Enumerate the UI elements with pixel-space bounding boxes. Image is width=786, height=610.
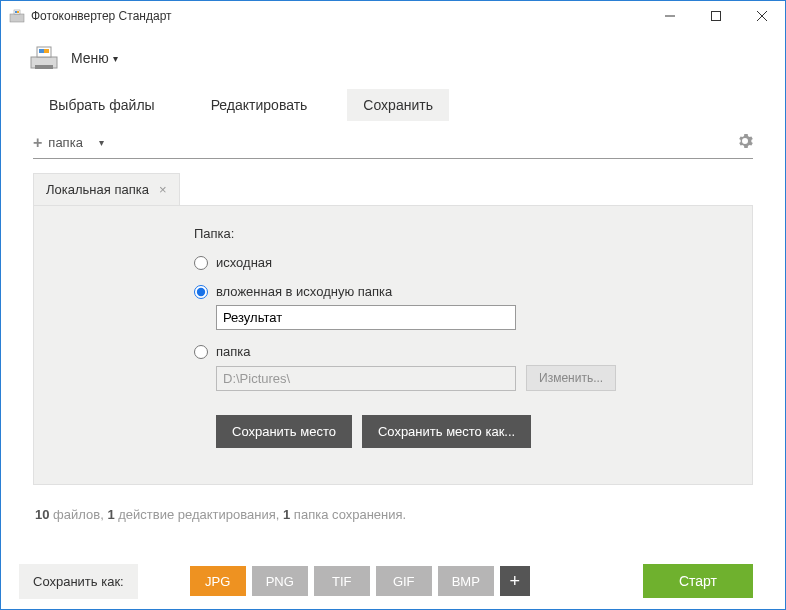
status-bar: 10 файлов, 1 действие редактирования, 1 …: [1, 485, 785, 544]
app-title: Фотоконвертер Стандарт: [31, 9, 172, 23]
add-folder-button[interactable]: + папка ▾: [33, 134, 104, 152]
menu-label: Меню: [71, 50, 109, 66]
status-folder-count: 1: [283, 507, 290, 522]
main-tabs: Выбрать файлы Редактировать Сохранить: [1, 89, 785, 121]
chevron-down-icon: ▾: [113, 53, 118, 64]
svg-rect-3: [17, 11, 19, 13]
close-button[interactable]: [739, 1, 785, 31]
tab-edit[interactable]: Редактировать: [195, 89, 324, 121]
radio-nested-input[interactable]: [194, 285, 208, 299]
gear-icon[interactable]: [737, 133, 753, 152]
format-png-button[interactable]: PNG: [252, 566, 308, 596]
chevron-down-icon: ▾: [99, 137, 104, 148]
close-icon[interactable]: ×: [159, 182, 167, 197]
radio-custom-label: папка: [216, 344, 251, 359]
custom-path-input: [216, 366, 516, 391]
svg-rect-10: [39, 49, 44, 53]
radio-source-input[interactable]: [194, 256, 208, 270]
radio-nested-folder[interactable]: вложенная в исходную папка: [194, 284, 752, 299]
status-files-word: файлов,: [53, 507, 104, 522]
toolbar: + папка ▾: [33, 127, 753, 159]
svg-rect-2: [15, 11, 17, 13]
titlebar: Фотоконвертер Стандарт: [1, 1, 785, 31]
app-icon: [9, 8, 25, 24]
start-button[interactable]: Старт: [643, 564, 753, 598]
svg-rect-12: [35, 65, 53, 69]
menu-button[interactable]: Меню ▾: [1, 31, 785, 89]
add-format-button[interactable]: +: [500, 566, 530, 596]
save-as-label: Сохранить как:: [19, 564, 138, 599]
svg-rect-5: [712, 12, 721, 21]
save-location-button[interactable]: Сохранить место: [216, 415, 352, 448]
folder-section-label: Папка:: [194, 226, 752, 241]
radio-custom-input[interactable]: [194, 345, 208, 359]
status-folder-word: папка сохранения.: [294, 507, 406, 522]
svg-rect-0: [10, 14, 24, 22]
svg-rect-11: [44, 49, 49, 53]
printer-icon: [29, 45, 59, 71]
sub-tabs: Локальная папка ×: [33, 173, 753, 205]
maximize-button[interactable]: [693, 1, 739, 31]
bottom-bar: Сохранить как: JPG PNG TIF GIF BMP + Ста…: [1, 553, 785, 609]
format-gif-button[interactable]: GIF: [376, 566, 432, 596]
save-location-as-button[interactable]: Сохранить место как...: [362, 415, 531, 448]
radio-source-folder[interactable]: исходная: [194, 255, 752, 270]
status-action-count: 1: [107, 507, 114, 522]
change-path-button: Изменить...: [526, 365, 616, 391]
plus-icon: +: [33, 134, 42, 152]
format-bmp-button[interactable]: BMP: [438, 566, 494, 596]
nested-folder-input[interactable]: [216, 305, 516, 330]
save-panel: Папка: исходная вложенная в исходную пап…: [33, 205, 753, 485]
sub-tab-label: Локальная папка: [46, 182, 149, 197]
tab-save[interactable]: Сохранить: [347, 89, 449, 121]
format-jpg-button[interactable]: JPG: [190, 566, 246, 596]
radio-source-label: исходная: [216, 255, 272, 270]
sub-tab-local-folder[interactable]: Локальная папка ×: [33, 173, 180, 205]
add-folder-label: папка: [48, 135, 83, 150]
minimize-button[interactable]: [647, 1, 693, 31]
radio-custom-folder[interactable]: папка: [194, 344, 752, 359]
format-buttons: JPG PNG TIF GIF BMP +: [190, 566, 530, 596]
tab-select-files[interactable]: Выбрать файлы: [33, 89, 171, 121]
radio-nested-label: вложенная в исходную папка: [216, 284, 392, 299]
format-tif-button[interactable]: TIF: [314, 566, 370, 596]
app-window: Фотоконвертер Стандарт Меню ▾ Выбрать фа…: [0, 0, 786, 610]
status-file-count: 10: [35, 507, 49, 522]
status-action-word: действие редактирования,: [118, 507, 279, 522]
